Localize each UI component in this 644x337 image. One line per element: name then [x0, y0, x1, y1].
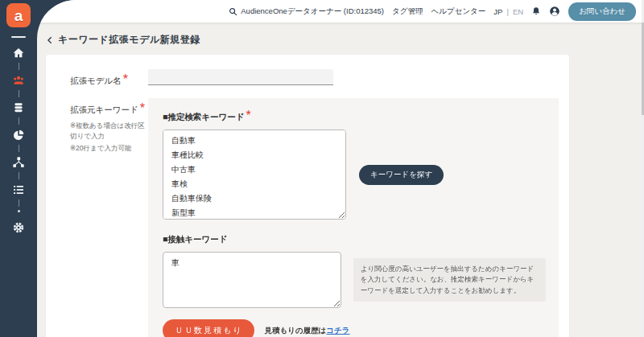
estimate-history-text: 見積もりの履歴はコチラ — [264, 326, 349, 336]
history-link[interactable]: コチラ — [326, 326, 349, 335]
list-icon[interactable] — [12, 183, 26, 196]
gear-icon[interactable] — [12, 220, 26, 234]
contact-keywords-row: 車 より関心度の高いユーザーを抽出するためのキーワードを入力してください。なお、… — [163, 252, 546, 308]
model-name-row: 拡張モデル名* — [70, 69, 558, 87]
audience-icon[interactable] — [12, 73, 26, 87]
sidebar-connector — [19, 172, 19, 179]
uu-estimate-button[interactable]: ＵＵ数見積もり — [163, 319, 254, 337]
search-icon — [229, 7, 237, 16]
back-chevron-icon[interactable] — [46, 35, 54, 45]
lang-divider: | — [506, 7, 508, 16]
contact-keywords-section: ■接触キーワード 車 より関心度の高いユーザーを抽出するためのキーワードを入力し… — [163, 231, 546, 308]
estimated-keywords-heading-row: ■推定検索キーワード* — [163, 109, 546, 123]
estimated-keywords-row: 自動車 車種比較 中古車 車検 自動車保険 新型車 キーワードを探す — [163, 129, 546, 220]
home-icon[interactable] — [12, 46, 26, 60]
find-keywords-button[interactable]: キーワードを探す — [359, 165, 444, 185]
history-prefix: 見積もりの履歴は — [264, 326, 326, 335]
model-name-label: 拡張モデル名 — [70, 76, 122, 85]
audienceone-logo[interactable]: a — [6, 3, 31, 27]
nav-help-center[interactable]: ヘルプセンター — [431, 6, 486, 17]
sidebar-divider — [11, 36, 26, 38]
account-switcher[interactable]: AudienceOneデータオーナー (ID:012345) — [229, 6, 384, 17]
model-name-label-col: 拡張モデル名* — [70, 69, 148, 87]
sidebar-connector — [19, 145, 19, 152]
source-keywords-note-2: ※20行まで入力可能 — [70, 143, 148, 154]
estimated-keywords-textarea[interactable]: 自動車 車種比較 中古車 車検 自動車保険 新型車 — [163, 129, 346, 220]
page-title-row: キーワード拡張モデル新規登録 — [46, 33, 644, 47]
estimated-keywords-heading: ■推定検索キーワード — [163, 112, 245, 121]
required-asterisk: * — [246, 109, 251, 122]
bell-icon[interactable] — [531, 6, 541, 16]
model-name-input[interactable] — [148, 69, 333, 85]
estimate-actions-row: ＵＵ数見積もり 見積もりの履歴はコチラ — [163, 319, 546, 337]
pie-chart-icon[interactable] — [12, 128, 26, 142]
sidebar-connector — [19, 199, 19, 207]
lang-en[interactable]: EN — [513, 7, 523, 16]
nav-tag-management[interactable]: タグ管理 — [392, 6, 423, 17]
contact-keywords-hint: より関心度の高いユーザーを抽出するためのキーワードを入力してください。なお、推定… — [353, 258, 546, 302]
sidebar-connector — [19, 63, 19, 70]
keywords-panel: ■推定検索キーワード* 自動車 車種比較 中古車 車検 自動車保険 新型車 キー… — [148, 98, 559, 337]
sidebar-connector — [19, 117, 19, 125]
logo-letter: a — [14, 8, 23, 23]
main-area: AudienceOneデータオーナー (ID:012345) タグ管理 ヘルプセ… — [37, 0, 644, 337]
database-icon[interactable] — [12, 101, 26, 114]
form-card: 拡張モデル名* 拡張元キーワード* ※複数ある場合は改行区切りで入力 ※20行ま… — [46, 55, 569, 337]
page-content: キーワード拡張モデル新規登録 拡張モデル名* 拡張元キーワード* ※複数ある場合… — [37, 23, 644, 337]
required-asterisk: * — [140, 101, 145, 115]
language-switcher: JP | EN — [493, 7, 523, 16]
contact-keywords-heading: ■接触キーワード — [163, 234, 228, 244]
account-label: AudienceOneデータオーナー (ID:012345) — [241, 6, 384, 17]
lang-jp[interactable]: JP — [493, 7, 502, 16]
sidebar-dot — [18, 210, 20, 212]
source-keywords-label-col: 拡張元キーワード* ※複数ある場合は改行区切りで入力 ※20行まで入力可能 — [70, 98, 148, 337]
sidebar-connector — [19, 90, 19, 97]
contact-button[interactable]: お問い合わせ — [568, 2, 636, 21]
user-avatar-icon[interactable] — [549, 6, 560, 17]
sidebar: a — [0, 0, 37, 337]
contact-keywords-textarea[interactable]: 車 — [163, 252, 341, 308]
source-keywords-note-1: ※複数ある場合は改行区切りで入力 — [70, 121, 148, 142]
required-asterisk: * — [123, 72, 128, 86]
top-header: AudienceOneデータオーナー (ID:012345) タグ管理 ヘルプセ… — [37, 0, 644, 23]
source-keywords-label: 拡張元キーワード — [70, 105, 138, 114]
page-title: キーワード拡張モデル新規登録 — [58, 33, 200, 47]
source-keywords-row: 拡張元キーワード* ※複数ある場合は改行区切りで入力 ※20行まで入力可能 ■推… — [70, 98, 558, 337]
network-icon[interactable] — [12, 155, 26, 169]
